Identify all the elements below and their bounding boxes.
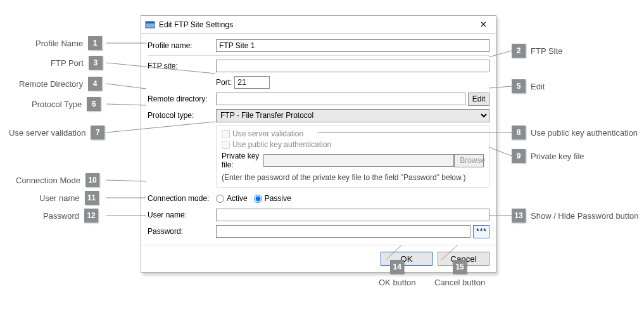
dialog-content: Profile name: FTP site: Port: Remote dir… xyxy=(141,34,496,245)
svg-rect-1 xyxy=(146,22,155,23)
user-name-input[interactable] xyxy=(216,209,489,221)
use-public-key-auth-label: Use public key authentication xyxy=(232,140,331,149)
callout-9: 9 Private key file xyxy=(512,149,584,163)
edit-button[interactable]: Edit xyxy=(468,93,489,106)
window-title: Edit FTP Site Settings xyxy=(159,20,474,29)
use-server-validation-label: Use server validation xyxy=(232,129,303,138)
callout-4: Remote Directory 4 xyxy=(19,77,102,91)
ftp-site-input[interactable] xyxy=(216,60,489,72)
passive-radio[interactable] xyxy=(254,195,262,203)
use-public-key-auth-checkbox[interactable] xyxy=(222,141,230,149)
private-key-file-label: Private key file: xyxy=(222,152,263,169)
protocol-type-label: Protocol type: xyxy=(148,111,216,120)
passive-radio-label[interactable]: Passive xyxy=(254,194,291,203)
auth-options-group: Use server validation Use public key aut… xyxy=(216,125,489,188)
callout-11: User name 11 xyxy=(39,191,99,205)
private-key-hint: (Enter the password of the private key f… xyxy=(222,173,484,182)
callout-2: 2 FTP Site xyxy=(512,44,562,58)
callout-12: Password 12 xyxy=(43,209,98,223)
callout-15: 15 Cancel button xyxy=(434,260,485,287)
callout-14: 14 OK button xyxy=(379,260,416,287)
port-input[interactable] xyxy=(234,76,270,89)
callout-3: FTP Port 3 xyxy=(51,56,103,70)
callout-10: Connection Mode 10 xyxy=(16,173,99,187)
browse-button[interactable]: Browse xyxy=(454,154,484,167)
callout-7: Use server validation 7 xyxy=(9,126,104,139)
user-name-label: User name: xyxy=(148,210,216,219)
ftp-site-label: FTP site: xyxy=(148,61,216,70)
use-server-validation-checkbox[interactable] xyxy=(222,130,230,138)
connection-mode-label: Connection mode: xyxy=(148,194,216,203)
remote-directory-label: Remote directory: xyxy=(148,94,216,103)
profile-name-input[interactable] xyxy=(216,39,489,52)
active-radio[interactable] xyxy=(216,195,224,203)
show-hide-password-button[interactable]: *** xyxy=(473,225,489,238)
private-key-file-input[interactable] xyxy=(263,154,454,167)
title-bar: Edit FTP Site Settings ✕ xyxy=(141,16,496,34)
ftp-settings-dialog: Edit FTP Site Settings ✕ Profile name: F… xyxy=(141,15,496,273)
port-label: Port: xyxy=(216,78,232,87)
remote-directory-input[interactable] xyxy=(216,93,465,105)
protocol-type-select[interactable]: FTP - File Transfer Protocol xyxy=(216,109,489,122)
close-icon[interactable]: ✕ xyxy=(474,18,492,31)
callout-6: Protocol Type 6 xyxy=(32,97,101,111)
password-input[interactable] xyxy=(216,225,470,238)
active-radio-label[interactable]: Active xyxy=(216,194,248,203)
callout-5: 5 Edit xyxy=(512,79,545,93)
profile-name-label: Profile name: xyxy=(148,41,216,50)
callout-8: 8 Use public key authentication xyxy=(512,126,638,139)
callout-13: 13 Show / Hide Password button xyxy=(512,209,639,223)
password-label: Password: xyxy=(148,227,216,236)
app-icon xyxy=(145,20,155,30)
callout-1: Profile Name 1 xyxy=(35,36,102,50)
